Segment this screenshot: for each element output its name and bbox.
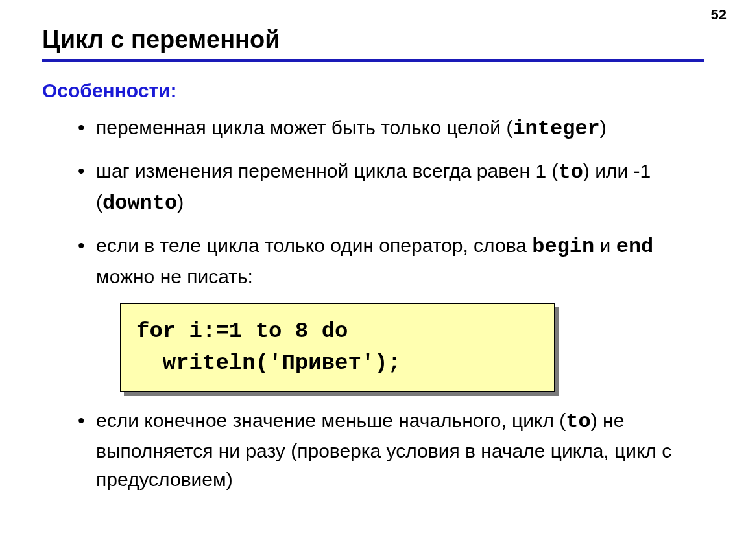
bullet-text: переменная цикла может быть только целой… <box>96 117 512 138</box>
keyword-to: to <box>558 160 583 184</box>
bullet-item: переменная цикла может быть только целой… <box>78 113 704 144</box>
slide-title: Цикл с переменной <box>42 26 704 54</box>
bullet-item: шаг изменения переменной цикла всегда ра… <box>78 157 704 218</box>
bullet-text: ) <box>177 191 184 213</box>
bullet-text: если в теле цикла только один оператор, … <box>96 235 532 256</box>
bullet-item: если конечное значение меньше начального… <box>78 406 704 493</box>
keyword-to: to <box>566 410 590 434</box>
keyword-integer: integer <box>512 117 599 141</box>
bullet-text: шаг изменения переменной цикла всегда ра… <box>96 160 558 181</box>
bullet-text: и <box>594 235 616 256</box>
page-number: 52 <box>711 6 727 23</box>
bullet-text: ) <box>600 117 607 138</box>
bullet-list-continued: если конечное значение меньше начального… <box>42 406 704 493</box>
bullet-text: можно не писать: <box>96 266 253 287</box>
title-underline <box>42 59 704 62</box>
bullet-text: если конечное значение меньше начального… <box>96 410 566 431</box>
section-heading: Особенности: <box>42 80 704 102</box>
keyword-downto: downto <box>102 191 177 215</box>
code-example: for i:=1 to 8 do writeln('Привет'); <box>120 303 555 392</box>
slide: 52 Цикл с переменной Особенности: переме… <box>0 0 746 560</box>
keyword-begin: begin <box>532 235 594 259</box>
bullet-item: если в теле цикла только один оператор, … <box>78 231 704 290</box>
keyword-end: end <box>616 235 654 259</box>
bullet-list: переменная цикла может быть только целой… <box>42 113 704 290</box>
